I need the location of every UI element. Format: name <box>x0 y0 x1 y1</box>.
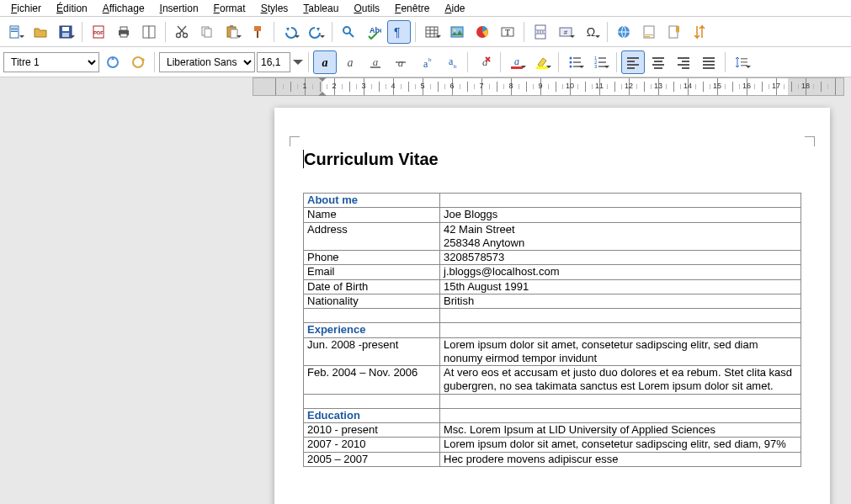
insert-chart-button[interactable] <box>471 20 494 44</box>
menu-fenetre[interactable]: Fenêtre <box>387 2 437 15</box>
align-justify-button[interactable] <box>697 50 721 74</box>
find-replace-button[interactable] <box>337 20 360 44</box>
insert-table-button[interactable] <box>420 20 444 44</box>
cut-button[interactable] <box>170 20 194 44</box>
cell-value[interactable]: j.bloggs@localhost.com <box>440 265 801 279</box>
copy-button[interactable] <box>195 20 219 44</box>
line-spacing-button[interactable] <box>730 50 753 74</box>
update-style-button[interactable] <box>101 50 125 74</box>
table-row[interactable]: Phone3208578573 <box>304 251 801 265</box>
insert-page-break-button[interactable] <box>529 20 552 44</box>
section-header[interactable]: Experience <box>304 323 440 337</box>
page-title[interactable]: Curriculum Vitae <box>303 150 801 169</box>
formatting-marks-button[interactable]: ¶ <box>387 20 411 44</box>
cell-value[interactable]: 42 Main Street258348 Anytown <box>440 222 801 251</box>
cell-label[interactable]: Address <box>304 222 440 251</box>
bullet-list-button[interactable] <box>563 50 587 74</box>
numbered-list-button[interactable]: 123 <box>588 50 612 74</box>
new-style-button[interactable] <box>126 50 150 74</box>
menu-tableau[interactable]: Tableau <box>295 2 346 15</box>
cell-value[interactable]: At vero eos et accusam et justo duo dolo… <box>440 366 801 395</box>
menu-affichage[interactable]: Affichage <box>95 2 152 15</box>
cv-table[interactable]: About meNameJoe BloggsAddress42 Main Str… <box>303 193 801 467</box>
strikethrough-button[interactable]: a <box>389 50 412 74</box>
cell-value[interactable]: British <box>440 294 801 308</box>
page-corner-icon <box>290 136 300 146</box>
cell-value[interactable]: Joe Bloggs <box>440 208 801 222</box>
paste-button[interactable] <box>221 20 244 44</box>
menu-fichier[interactable]: Fichier <box>3 2 49 15</box>
table-row[interactable]: Feb. 2004 – Nov. 2006At vero eos et accu… <box>304 366 801 395</box>
font-name-combo[interactable]: Liberation Sans <box>159 52 255 72</box>
menu-insertion[interactable]: Insertion <box>152 2 206 15</box>
save-button[interactable] <box>54 20 77 44</box>
cell-label[interactable]: Nationality <box>304 294 440 308</box>
cell-value[interactable]: 3208578573 <box>440 251 801 265</box>
section-header[interactable]: Education <box>304 408 440 422</box>
cell-label[interactable]: 2007 - 2010 <box>304 438 440 452</box>
font-size-combo[interactable] <box>257 52 290 72</box>
align-right-button[interactable] <box>672 50 695 74</box>
cell-label[interactable]: Feb. 2004 – Nov. 2006 <box>304 366 440 395</box>
insert-cross-ref-button[interactable] <box>688 20 711 44</box>
insert-field-button[interactable]: # <box>554 20 577 44</box>
menu-styles[interactable]: Styles <box>253 2 296 15</box>
insert-special-char-button[interactable]: Ω <box>579 20 603 44</box>
font-size-dropdown-icon[interactable] <box>292 50 304 74</box>
table-row[interactable]: Jun. 2008 -presentLorem ipsum dolor sit … <box>304 337 801 366</box>
cell-label[interactable]: Jun. 2008 -present <box>304 337 440 366</box>
cell-value[interactable]: Lorem ipsum dolor sit amet, consetetur s… <box>440 337 801 366</box>
table-row[interactable]: NameJoe Bloggs <box>304 208 801 222</box>
paragraph-style-combo[interactable]: Titre 1 <box>3 52 99 72</box>
redo-button[interactable] <box>304 20 327 44</box>
table-row[interactable]: 2007 - 2010Lorem ipsum dolor sit amet, c… <box>304 438 801 452</box>
superscript-button[interactable]: ab <box>414 50 438 74</box>
menu-outils[interactable]: Outils <box>346 2 387 15</box>
table-row[interactable]: Date of Birth15th August 1991 <box>304 279 801 294</box>
cell-label[interactable]: Email <box>304 265 440 279</box>
insert-bookmark-button[interactable] <box>662 20 686 44</box>
insert-hyperlink-button[interactable] <box>612 20 636 44</box>
cell-value[interactable]: Hec prodere movens adipiscur esse <box>440 452 801 466</box>
menu-edition[interactable]: Édition <box>49 2 95 15</box>
cell-value[interactable]: 15th August 1991 <box>440 279 801 294</box>
print-button[interactable] <box>112 20 136 44</box>
menu-aide[interactable]: Aide <box>437 2 472 15</box>
insert-footnote-button[interactable] <box>637 20 661 44</box>
highlight-color-button[interactable] <box>530 50 554 74</box>
cell-value[interactable]: Lorem ipsum dolor sit amet, consetetur s… <box>440 438 801 452</box>
cell-label[interactable]: 2010 - present <box>304 423 440 438</box>
table-row[interactable]: 2005 – 2007Hec prodere movens adipiscur … <box>304 452 801 466</box>
cell-label[interactable]: Date of Birth <box>304 279 440 294</box>
insert-textbox-button[interactable]: T <box>496 20 519 44</box>
export-pdf-button[interactable]: PDF <box>87 20 110 44</box>
undo-button[interactable] <box>279 20 302 44</box>
subscript-button[interactable]: ab <box>439 50 463 74</box>
cell-value[interactable]: Msc. Lorem Ipsum at LID University of Ap… <box>440 423 801 438</box>
underline-button[interactable]: a <box>364 50 387 74</box>
insert-image-button[interactable] <box>445 20 469 44</box>
table-row[interactable]: Address42 Main Street258348 Anytown <box>304 222 801 251</box>
menu-format[interactable]: Format <box>206 2 253 15</box>
clone-formatting-button[interactable] <box>246 20 269 44</box>
table-row[interactable]: Emailj.bloggs@localhost.com <box>304 265 801 279</box>
svg-point-64 <box>570 61 572 63</box>
italic-button[interactable]: a <box>338 50 362 74</box>
font-color-button[interactable]: a <box>505 50 529 74</box>
align-center-button[interactable] <box>646 50 670 74</box>
open-button[interactable] <box>29 20 52 44</box>
horizontal-ruler[interactable]: 123456789101112131415161718 <box>253 77 844 96</box>
cell-label[interactable]: Name <box>304 208 440 222</box>
cell-label[interactable]: Phone <box>304 251 440 265</box>
table-row[interactable]: NationalityBritish <box>304 294 801 308</box>
cell-label[interactable]: 2005 – 2007 <box>304 452 440 466</box>
align-left-button[interactable] <box>621 50 645 74</box>
clear-formatting-button[interactable]: a <box>472 50 496 74</box>
table-row[interactable]: 2010 - presentMsc. Lorem Ipsum at LID Un… <box>304 423 801 438</box>
spellcheck-button[interactable]: Abc <box>362 20 386 44</box>
section-header[interactable]: About me <box>304 194 440 208</box>
document-body[interactable]: Curriculum Vitae About meNameJoe BloggsA… <box>303 150 801 467</box>
bold-button[interactable]: a <box>313 50 337 74</box>
print-preview-button[interactable] <box>137 20 161 44</box>
new-button[interactable] <box>3 20 27 44</box>
